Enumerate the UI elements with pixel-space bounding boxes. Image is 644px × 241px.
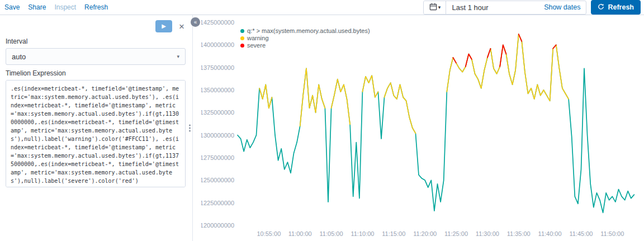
inspect-link[interactable]: Inspect: [54, 3, 76, 11]
x-tick-label: 11:50:00: [600, 230, 624, 237]
refresh-button[interactable]: Refresh: [591, 0, 641, 15]
time-controls: ▾ Last 1 hour Show dates Refresh: [423, 0, 641, 15]
timelion-editor-panel: ▶ × Interval auto ▾ Timelion Expression …: [0, 15, 193, 241]
legend-dot: [240, 36, 244, 40]
series-line: [453, 34, 556, 67]
x-tick-label: 11:00:00: [288, 230, 312, 237]
chart-area: 1142500000011400000000113750000001135000…: [201, 15, 644, 241]
x-tick-label: 11:40:00: [538, 230, 562, 237]
legend-item[interactable]: warning: [240, 35, 370, 42]
y-tick-label: 11300000000: [201, 132, 234, 139]
calendar-icon: [429, 3, 437, 12]
chevron-down-icon: ▾: [438, 5, 441, 10]
close-button[interactable]: ×: [178, 22, 186, 31]
y-tick-label: 11225000000: [201, 200, 234, 206]
interval-select[interactable]: auto ▾: [6, 48, 186, 65]
interval-label: Interval: [6, 37, 186, 45]
play-button[interactable]: ▶: [155, 20, 172, 32]
panel-actions: ▶ ×: [6, 20, 186, 33]
calendar-dropdown-button[interactable]: ▾: [424, 1, 446, 14]
show-dates-button[interactable]: Show dates: [538, 3, 586, 11]
legend: q:* > max(system.memory.actual.used.byte…: [240, 27, 370, 49]
save-link[interactable]: Save: [4, 3, 20, 11]
y-tick-label: 11275000000: [201, 154, 234, 161]
kibana-timelion-app: Save Share Inspect Refresh ▾: [0, 0, 644, 241]
legend-dot: [240, 29, 244, 33]
drag-handle[interactable]: [188, 123, 192, 134]
x-tick-label: 11:05:00: [320, 230, 343, 237]
x-tick-label: 11:25:00: [444, 230, 468, 237]
collapse-panel-button[interactable]: «: [191, 17, 200, 27]
legend-item[interactable]: q:* > max(system.memory.actual.used.byte…: [240, 27, 370, 35]
x-tick-label: 11:20:00: [413, 230, 437, 237]
x-tick-label: 10:55:00: [257, 230, 281, 237]
x-tick-label: 11:35:00: [507, 230, 531, 237]
refresh-link[interactable]: Refresh: [84, 3, 108, 11]
share-link[interactable]: Share: [28, 3, 46, 11]
legend-label: severe: [247, 42, 266, 49]
y-tick-label: 11400000000: [201, 41, 234, 48]
legend-item[interactable]: severe: [240, 42, 370, 49]
date-picker: ▾ Last 1 hour Show dates: [423, 1, 586, 15]
play-icon: ▶: [162, 23, 166, 29]
x-tick-label: 11:30:00: [476, 230, 499, 237]
legend-label: warning: [247, 35, 269, 42]
y-tick-label: 11250000000: [201, 177, 234, 183]
x-tick-label: 11:10:00: [351, 230, 374, 237]
y-tick-label: 11200000000: [201, 222, 234, 229]
refresh-button-label: Refresh: [608, 3, 634, 11]
y-tick-label: 11425000000: [201, 19, 234, 26]
chevron-down-icon: ▾: [177, 54, 179, 59]
y-tick-label: 11375000000: [201, 64, 234, 71]
close-icon: ×: [179, 21, 184, 32]
legend-dot: [240, 44, 244, 48]
top-bar: Save Share Inspect Refresh ▾: [0, 0, 644, 15]
series-line: [238, 34, 634, 212]
time-range-value[interactable]: Last 1 hour: [446, 3, 538, 12]
x-tick-label: 11:45:00: [569, 230, 593, 237]
interval-select-value: auto: [12, 53, 26, 61]
legend-label: q:* > max(system.memory.actual.used.byte…: [247, 27, 370, 35]
y-tick-label: 11350000000: [201, 87, 234, 93]
refresh-icon: [598, 3, 604, 12]
expression-label: Timelion Expression: [6, 69, 186, 77]
y-tick-label: 11325000000: [201, 109, 234, 116]
x-tick-label: 11:15:00: [382, 230, 405, 237]
expression-input[interactable]: .es(index=metricbeat-*, timefield='@time…: [6, 80, 186, 187]
visualize-nav-links: Save Share Inspect Refresh: [4, 3, 108, 11]
